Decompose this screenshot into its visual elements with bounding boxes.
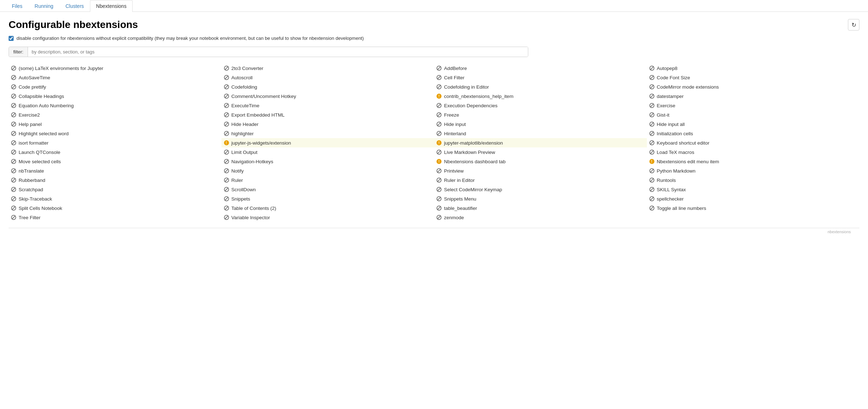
compat-checkbox[interactable] <box>9 36 14 41</box>
list-item[interactable]: Code Font Size <box>647 73 860 82</box>
ban-icon <box>224 196 229 202</box>
ban-icon <box>224 121 229 127</box>
list-item[interactable]: Exercise <box>647 101 860 110</box>
list-item[interactable]: isort formatter <box>9 138 221 147</box>
ext-name: Keyboard shortcut editor <box>657 140 710 146</box>
list-item[interactable]: Scratchpad <box>9 185 221 194</box>
list-item[interactable]: Gist-it <box>647 110 860 119</box>
list-item[interactable]: Limit Output <box>221 147 434 157</box>
list-item[interactable]: Autopep8 <box>647 64 860 73</box>
list-item[interactable]: Hide input all <box>647 119 860 129</box>
list-item[interactable]: Execution Dependencies <box>434 101 647 110</box>
list-item[interactable]: Hide input <box>434 119 647 129</box>
ban-icon <box>224 112 229 118</box>
list-item[interactable]: Hinterland <box>434 129 647 138</box>
list-item[interactable]: CodeMirror mode extensions <box>647 82 860 91</box>
tab-files[interactable]: Files <box>6 0 29 12</box>
list-item[interactable]: Rubberband <box>9 175 221 185</box>
list-item[interactable]: Keyboard shortcut editor <box>647 138 860 147</box>
list-item[interactable]: (some) LaTeX environments for Jupyter <box>9 64 221 73</box>
list-item[interactable]: Runtools <box>647 175 860 185</box>
ban-icon <box>649 187 655 192</box>
ban-icon <box>649 93 655 99</box>
list-item[interactable]: Live Markdown Preview <box>434 147 647 157</box>
page-title: Configurable nbextensions <box>9 19 859 30</box>
list-item[interactable]: !contrib_nbextensions_help_item <box>434 91 647 101</box>
list-item[interactable]: Toggle all line numbers <box>647 203 860 213</box>
list-item[interactable]: !Nbextensions edit menu item <box>647 157 860 166</box>
list-item[interactable]: spellchecker <box>647 194 860 203</box>
list-item[interactable]: Python Markdown <box>647 166 860 175</box>
tab-running[interactable]: Running <box>29 0 59 12</box>
list-item[interactable]: nbTranslate <box>9 166 221 175</box>
ext-name: AddBefore <box>444 66 467 71</box>
ext-name: Ruler in Editor <box>444 178 475 183</box>
list-item[interactable]: Codefolding <box>221 82 434 91</box>
list-item[interactable]: Launch QTConsole <box>9 147 221 157</box>
list-item[interactable]: Help panel <box>9 119 221 129</box>
list-item[interactable]: Freeze <box>434 110 647 119</box>
ext-name: Split Cells Notebook <box>19 206 62 211</box>
list-item[interactable]: 2to3 Converter <box>221 64 434 73</box>
list-item[interactable]: Code prettify <box>9 82 221 91</box>
list-item[interactable]: Initialization cells <box>647 129 860 138</box>
list-item[interactable]: AutoSaveTime <box>9 73 221 82</box>
ban-icon <box>436 205 442 211</box>
list-item[interactable]: Select CodeMirror Keymap <box>434 185 647 194</box>
ext-name: Skip-Traceback <box>19 196 52 202</box>
list-item[interactable]: Notify <box>221 166 434 175</box>
ban-icon <box>11 103 16 108</box>
list-item[interactable]: Tree Filter <box>9 213 221 222</box>
list-item[interactable]: !Nbextensions dashboard tab <box>434 157 647 166</box>
list-item[interactable]: Skip-Traceback <box>9 194 221 203</box>
ext-name: datestamper <box>657 94 684 99</box>
list-item[interactable]: Autoscroll <box>221 73 434 82</box>
ext-name: Freeze <box>444 112 459 118</box>
list-item[interactable]: !jupyter-matplotlib/extension <box>434 138 647 147</box>
list-item[interactable]: Load TeX macros <box>647 147 860 157</box>
list-item[interactable]: Export Embedded HTML <box>221 110 434 119</box>
list-item[interactable]: Navigation-Hotkeys <box>221 157 434 166</box>
list-item[interactable]: table_beautifier <box>434 203 647 213</box>
ban-icon <box>649 131 655 136</box>
list-item[interactable]: Codefolding in Editor <box>434 82 647 91</box>
ext-name: 2to3 Converter <box>232 66 263 71</box>
list-item[interactable]: !jupyter-js-widgets/extension <box>221 138 434 147</box>
list-item[interactable]: Exercise2 <box>9 110 221 119</box>
list-item[interactable]: AddBefore <box>434 64 647 73</box>
list-item[interactable]: SKILL Syntax <box>647 185 860 194</box>
list-item[interactable]: Highlight selected word <box>9 129 221 138</box>
list-item[interactable]: Printview <box>434 166 647 175</box>
list-item[interactable]: Table of Contents (2) <box>221 203 434 213</box>
list-item[interactable]: Snippets Menu <box>434 194 647 203</box>
list-item[interactable]: datestamper <box>647 91 860 101</box>
list-item[interactable]: ScrollDown <box>221 185 434 194</box>
list-item[interactable]: Split Cells Notebook <box>9 203 221 213</box>
filter-input[interactable] <box>28 47 528 57</box>
list-item[interactable]: Comment/Uncomment Hotkey <box>221 91 434 101</box>
list-item[interactable]: zenmode <box>434 213 647 222</box>
filter-label: filter: <box>9 47 28 57</box>
footer: nbextensions <box>9 228 859 235</box>
list-item[interactable]: Snippets <box>221 194 434 203</box>
ban-icon <box>436 84 442 90</box>
ban-icon <box>11 205 16 211</box>
ext-name: Tree Filter <box>19 215 40 220</box>
list-item[interactable]: Move selected cells <box>9 157 221 166</box>
list-item[interactable]: Ruler <box>221 175 434 185</box>
list-item[interactable]: ExecuteTime <box>221 101 434 110</box>
list-item[interactable]: Variable Inspector <box>221 213 434 222</box>
tab-nbextensions[interactable]: Nbextensions <box>90 0 133 12</box>
warn-icon: ! <box>224 140 229 146</box>
list-item[interactable]: Ruler in Editor <box>434 175 647 185</box>
list-item[interactable]: highlighter <box>221 129 434 138</box>
refresh-button[interactable]: ↻ <box>848 19 859 30</box>
ban-icon <box>224 65 229 71</box>
list-item[interactable]: Equation Auto Numbering <box>9 101 221 110</box>
tab-clusters[interactable]: Clusters <box>59 0 90 12</box>
list-item[interactable]: Hide Header <box>221 119 434 129</box>
list-item[interactable]: Collapsible Headings <box>9 91 221 101</box>
list-item[interactable]: Cell Filter <box>434 73 647 82</box>
ban-icon <box>11 215 16 220</box>
ext-name: Exercise <box>657 103 676 108</box>
